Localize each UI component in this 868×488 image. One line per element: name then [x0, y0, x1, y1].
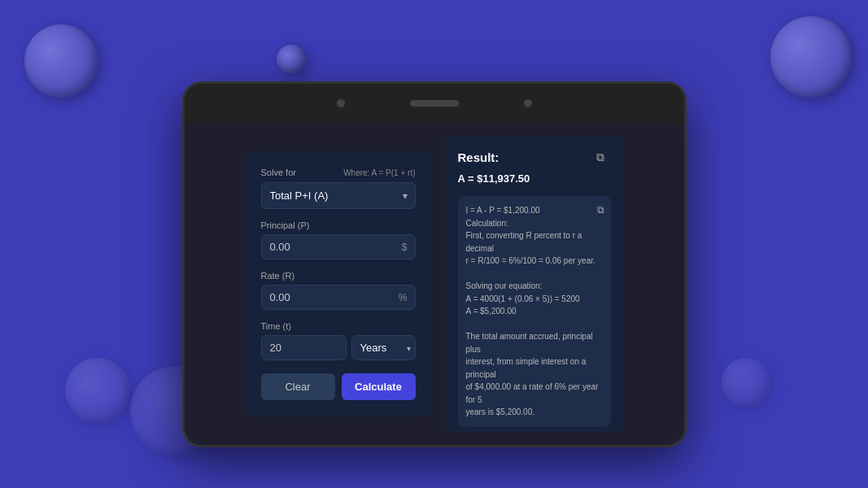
tablet-device: Solve for Where: A = P(1 + rt) Total P+I… — [182, 81, 687, 447]
time-field-group: Time (t) Years Months Days ▾ — [261, 321, 416, 360]
time-unit-select-wrapper[interactable]: Years Months Days ▾ — [351, 335, 416, 360]
rate-suffix-icon: % — [399, 292, 408, 303]
tablet-speaker — [410, 100, 459, 107]
principal-field-group: Principal (P) $ — [261, 220, 416, 259]
bg-sphere-1 — [24, 24, 98, 98]
copy-detail-icon[interactable]: ⧉ — [597, 203, 604, 218]
principal-label: Principal (P) — [261, 220, 416, 230]
result-panel: Result: ⧉ A = $11,937.50 ⧉ I = A - P = $… — [445, 136, 624, 432]
bg-sphere-3 — [770, 16, 852, 98]
time-unit-select[interactable]: Years Months Days — [351, 335, 416, 360]
bg-sphere-2 — [277, 45, 306, 74]
time-input-row: Years Months Days ▾ — [261, 335, 416, 360]
solve-for-label-text: Solve for — [261, 168, 296, 177]
rate-input-wrapper: % — [261, 285, 416, 310]
tablet-content: Solve for Where: A = P(1 + rt) Total P+I… — [185, 123, 684, 445]
rate-label: Rate (R) — [261, 271, 416, 281]
solve-for-select-wrapper[interactable]: Total P+I (A) Principal (P) Rate (R) Tim… — [261, 182, 416, 209]
result-header: Result: ⧉ — [458, 149, 611, 168]
calculator-panel: Solve for Where: A = P(1 + rt) Total P+I… — [245, 151, 432, 416]
result-value: A = $11,937.50 — [458, 171, 611, 187]
bg-sphere-6 — [722, 358, 770, 407]
clear-button[interactable]: Clear — [261, 373, 335, 400]
rate-input[interactable] — [261, 285, 416, 310]
result-detail-section: ⧉ I = A - P = $1,200.00 Calculation: Fir… — [458, 196, 611, 427]
formula-label: Where: A = P(1 + rt) — [343, 168, 415, 177]
principal-input[interactable] — [261, 234, 416, 259]
solve-for-header: Solve for Where: A = P(1 + rt) — [261, 168, 416, 177]
result-detail-text: I = A - P = $1,200.00 Calculation: First… — [466, 204, 603, 419]
principal-suffix-icon: $ — [402, 242, 408, 253]
solve-for-select[interactable]: Total P+I (A) Principal (P) Rate (R) Tim… — [261, 182, 416, 209]
tablet-top-bar — [185, 84, 684, 123]
result-title: Result: — [458, 149, 499, 168]
rate-field-group: Rate (R) % — [261, 271, 416, 310]
button-row: Clear Calculate — [261, 373, 416, 400]
tablet-camera-right — [524, 99, 532, 107]
calculate-button[interactable]: Calculate — [342, 373, 416, 400]
time-label: Time (t) — [261, 321, 416, 331]
tablet-camera-left — [337, 99, 345, 107]
copy-result-icon[interactable]: ⧉ — [596, 149, 611, 163]
bg-sphere-4 — [65, 358, 130, 423]
time-input[interactable] — [261, 335, 347, 360]
principal-input-wrapper: $ — [261, 234, 416, 259]
